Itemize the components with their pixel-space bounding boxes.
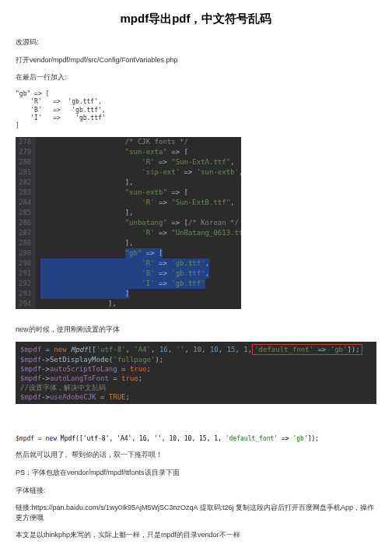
line-number: 287: [19, 228, 31, 238]
code-line: ],: [40, 208, 236, 218]
code-line: $mpdf->autoLangToFont = true;: [20, 374, 372, 383]
line-number: 292: [19, 279, 31, 289]
code-line: 'B' => 'gb.ttf',: [40, 269, 236, 279]
code-line: 'I' => 'gb.ttf': [40, 279, 236, 289]
code-line: /* CJK fonts */: [40, 137, 236, 147]
code-line: 'R' => "Sun-ExtB.ttf",: [40, 198, 236, 208]
inline-code-line: $mpdf = new Mpdf(['utf-8', 'A4', 16, '',…: [16, 435, 376, 442]
paragraph: 字体链接:: [16, 486, 376, 496]
line-number: 281: [19, 167, 31, 177]
code-line: ],: [40, 177, 236, 188]
code-line: ]: [40, 289, 236, 299]
code-line: "unbatang" => [/* Korean */: [40, 218, 236, 228]
code-line: ],: [40, 238, 236, 248]
line-number: 282: [19, 177, 31, 188]
line-number: 286: [19, 218, 31, 228]
code-line: 'R' => "Sun-ExtA.ttf",: [40, 157, 236, 167]
paragraph: 在最后一行加入:: [16, 72, 376, 83]
line-number: 290: [19, 258, 31, 269]
line-number: 293: [19, 289, 31, 299]
line-number: 279: [19, 147, 31, 157]
code-editor-block-1: 2782792802812822832842852862872882892902…: [16, 137, 241, 309]
code-line: //设置字体，解决中文乱码: [20, 383, 372, 392]
paragraph: 改源码:: [16, 37, 376, 47]
page-title: mpdf导出pdf，中文符号乱码: [16, 12, 376, 26]
code-line: ],: [40, 299, 236, 309]
line-number: 294: [19, 299, 31, 309]
code-line: "sun-extb" => [: [40, 188, 236, 198]
paragraph: 本文是以thinkphp来写的，实际上都一样，只是mpdf的目录vendor不一…: [16, 530, 376, 540]
paragraph: 然后就可以用了。帮到你的话，双一下推荐呗！: [16, 450, 376, 460]
code-snippet: "gb" => [ 'R' => 'gb.ttf', 'B' => 'gb.tt…: [16, 90, 376, 131]
code-line: $mpdf->autoScriptToLang = true;: [20, 364, 372, 374]
code-line: "sun-exta" => [: [40, 147, 236, 157]
line-number: 280: [19, 157, 31, 167]
line-number: 291: [19, 269, 31, 279]
line-number: 283: [19, 188, 31, 198]
code-line: 'R' => 'gb.ttf',: [40, 258, 236, 269]
line-number: 288: [19, 238, 31, 248]
paragraph: 打开vendor/mpdf/mpdf/src/Config/FontVariab…: [16, 55, 376, 65]
paragraph: 链接:https://pan.baidu.com/s/1wy0Ik95AjM5W…: [16, 503, 376, 522]
line-number: 278: [19, 137, 31, 147]
line-number: 289: [19, 248, 31, 258]
code-line: 'sip-ext' => 'sun-extb', /* SIP: [40, 167, 236, 177]
code-line: 'R' => "UnBatang_0613.ttf",: [40, 228, 236, 238]
line-number: 284: [19, 198, 31, 208]
code-line: $mpdf = new Mpdf(['utf-8', 'A4', 16, '',…: [20, 344, 372, 355]
code-editor-block-2: $mpdf = new Mpdf(['utf-8', 'A4', 16, '',…: [16, 342, 376, 404]
line-number: 285: [19, 208, 31, 218]
paragraph: new的时候，使用刚刚设置的字体: [16, 325, 376, 335]
code-line: "gb" => [: [40, 248, 236, 258]
code-line: $mpdf->SetDisplayMode('fullpage');: [20, 355, 372, 364]
paragraph: PS：字体包放在vendor/mpdf/mpdf/ttfonts该目录下面: [16, 468, 376, 478]
code-line: $mpdf->useAdobeCJK = TRUE;: [20, 392, 372, 402]
